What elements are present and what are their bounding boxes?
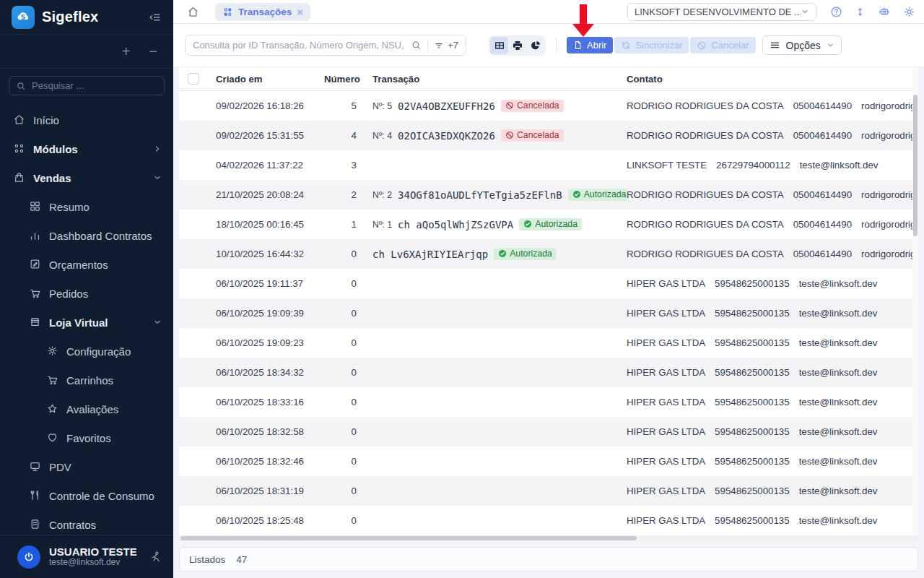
check-circle-icon: [523, 220, 532, 228]
logout-runner-icon[interactable]: [149, 551, 162, 564]
row-created: 21/10/2025 20:08:24: [216, 189, 324, 200]
table-row[interactable]: 21/10/2025 20:08:242Nº: 234OGf81oAUDLfYT…: [179, 180, 918, 210]
contact-doc: 59548625000135: [715, 278, 790, 289]
sidebar-collapse-icon[interactable]: [149, 11, 162, 24]
contact-email: rodrigorodriguescosta: [861, 100, 918, 111]
ban-icon: [505, 101, 514, 110]
contact-name: RODRIGO RODRIGUES DA COSTA: [627, 100, 784, 111]
search-icon[interactable]: [411, 40, 422, 51]
sidebar-item-dashboard-contratos[interactable]: Dashboard Contratos: [0, 221, 173, 250]
table-row[interactable]: 04/02/2026 11:37:223LINKSOFT TESTE267297…: [179, 150, 918, 180]
table-row[interactable]: 06/10/2025 18:32:580HIPER GAS LTDA595486…: [179, 417, 918, 447]
row-transaction: Nº: 402OICA3EDXQKZO26Cancelada: [357, 129, 627, 142]
expand-all-icon[interactable]: +: [122, 44, 131, 59]
ban-icon: [697, 40, 707, 51]
user-name: USUARIO TESTE: [49, 545, 137, 558]
heart-icon: [46, 431, 59, 444]
sidebar-item-carrinhos[interactable]: Carrinhos: [0, 366, 173, 394]
sidebar-item-favoritos[interactable]: Favoritos: [0, 423, 173, 452]
sidebar-search-input[interactable]: [32, 80, 157, 91]
row-number: 4: [324, 130, 357, 141]
sidebar-item-vendas[interactable]: Vendas: [0, 163, 173, 192]
sidebar-item-controle-de-consumo[interactable]: Controle de Consumo: [0, 481, 173, 510]
print-view-button[interactable]: [508, 37, 526, 54]
table-header: Criado emNúmeroTransaçãoContato: [179, 67, 918, 91]
sidebar-nav: InícioMódulosVendasResumoDashboard Contr…: [0, 101, 173, 535]
table-row[interactable]: 06/10/2025 19:09:230HIPER GAS LTDA595486…: [179, 328, 918, 358]
filter-button[interactable]: +7: [434, 40, 458, 51]
sidebar-item-pedidos[interactable]: Pedidos: [0, 279, 173, 308]
sidebar-item-avalia-es[interactable]: Avaliações: [0, 394, 173, 423]
contact-doc: 05004614490: [793, 219, 852, 230]
sigeflex-logo-icon: S: [12, 6, 35, 29]
help-icon[interactable]: [830, 6, 842, 18]
home-icon[interactable]: [187, 6, 199, 18]
table-row[interactable]: 10/10/2025 16:44:320ch_Lv6XAjRIYIEArjqpA…: [179, 239, 918, 269]
sidebar-item-in-cio[interactable]: Início: [0, 105, 173, 134]
table-row[interactable]: 06/10/2025 18:32:460HIPER GAS LTDA595486…: [179, 447, 918, 476]
menu-icon: [770, 40, 780, 51]
sidebar-item-pdv[interactable]: PDV: [0, 452, 173, 481]
tab-close-icon[interactable]: ×: [297, 7, 303, 17]
chart-view-button[interactable]: [526, 37, 544, 54]
robot-assistant-icon[interactable]: [878, 5, 891, 18]
column-header-numero[interactable]: Número: [324, 74, 357, 85]
main-area: Transações × LINKSOFT DESENVOLVIMENTO DE…: [173, 0, 924, 578]
row-number: 0: [324, 249, 357, 259]
column-header-criado-em[interactable]: Criado em: [216, 74, 324, 85]
tx-id: 02OICA3EDXQKZO26: [398, 130, 495, 142]
table-row[interactable]: 18/10/2025 00:16:451Nº: 1ch_aQo5qlWhjZSz…: [179, 210, 918, 239]
table-search-input[interactable]: [193, 40, 405, 51]
modules-icon: [13, 142, 26, 155]
sidebar-item-loja-virtual[interactable]: Loja Virtual: [0, 308, 173, 337]
vertical-scrollbar[interactable]: [912, 67, 918, 535]
sync-icon: [621, 40, 631, 51]
table-row[interactable]: 06/10/2025 18:34:320HIPER GAS LTDA595486…: [179, 358, 918, 387]
company-select[interactable]: LINKSOFT DESENVOLVIMENTO DE ...: [627, 3, 816, 21]
row-contact: RODRIGO RODRIGUES DA COSTA05004614490rod…: [627, 100, 918, 111]
sidebar-item-m-dulos[interactable]: Módulos: [0, 134, 173, 163]
chevron-down-icon: [801, 7, 809, 16]
select-all-checkbox[interactable]: [188, 73, 199, 85]
column-header-transacao[interactable]: Transação: [357, 74, 627, 85]
sidebar-user[interactable]: USUARIO TESTE teste@linksoft.dev: [0, 535, 173, 578]
store-icon: [29, 316, 42, 329]
row-number: 2: [324, 189, 357, 200]
company-select-value: LINKSOFT DESENVOLVIMENTO DE ...: [635, 7, 801, 17]
cart-icon: [29, 287, 42, 300]
sidebar-item-contratos[interactable]: Contratos: [0, 510, 173, 535]
row-number: 0: [324, 486, 357, 496]
options-button[interactable]: Opções: [762, 35, 842, 55]
row-contact: HIPER GAS LTDA59548625000135teste@linkso…: [627, 337, 918, 348]
row-transaction: Nº: 1ch_aQo5qlWhjZSzGVPAAutorizada: [357, 218, 627, 230]
table-row[interactable]: 06/10/2025 19:11:370HIPER GAS LTDA595486…: [179, 269, 918, 298]
sidebar-item-label: Pedidos: [49, 288, 88, 300]
sidebar-item-configura-o[interactable]: Configuração: [0, 337, 173, 366]
table-view-button[interactable]: [490, 37, 508, 54]
horizontal-scrollbar[interactable]: [179, 535, 918, 541]
contact-email: rodrigorodriguescosta: [861, 219, 918, 230]
table-row[interactable]: 09/02/2026 15:31:554Nº: 402OICA3EDXQKZO2…: [179, 121, 918, 150]
table-row[interactable]: 09/02/2026 16:18:265Nº: 502VA4OBZXEUFFH2…: [179, 91, 918, 121]
tab-transacoes[interactable]: Transações ×: [215, 3, 310, 21]
summary-icon: [29, 200, 42, 213]
row-number: 5: [324, 100, 357, 111]
sidebar-item-resumo[interactable]: Resumo: [0, 192, 173, 221]
gear-icon[interactable]: [903, 6, 915, 18]
row-number: 0: [324, 308, 357, 319]
sidebar-item-or-amentos[interactable]: Orçamentos: [0, 250, 173, 279]
resize-vertical-icon[interactable]: [855, 7, 866, 17]
open-button[interactable]: Abrir: [567, 37, 613, 53]
row-created: 09/02/2026 15:31:55: [216, 130, 324, 141]
row-transaction: ch_Lv6XAjRIYIEArjqpAutorizada: [357, 248, 627, 260]
list-footer: Listados 47: [179, 547, 918, 571]
table-row[interactable]: 06/10/2025 18:33:160HIPER GAS LTDA595486…: [179, 387, 918, 417]
collapse-all-icon[interactable]: −: [149, 44, 157, 59]
column-header-contato[interactable]: Contato: [627, 74, 918, 85]
table-row[interactable]: 06/10/2025 18:25:480HIPER GAS LTDA595486…: [179, 506, 918, 535]
row-created: 06/10/2025 18:32:46: [216, 456, 324, 467]
table-row[interactable]: 06/10/2025 19:09:390HIPER GAS LTDA595486…: [179, 298, 918, 328]
table-row[interactable]: 06/10/2025 18:31:190HIPER GAS LTDA595486…: [179, 476, 918, 506]
contact-name: HIPER GAS LTDA: [627, 486, 705, 496]
contact-name: HIPER GAS LTDA: [627, 278, 705, 289]
